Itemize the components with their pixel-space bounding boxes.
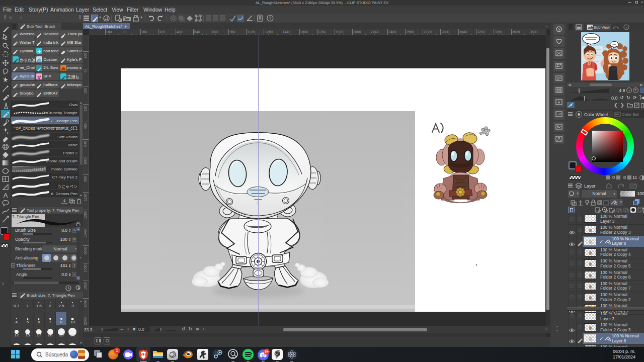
svg-text:?: ? bbox=[269, 16, 271, 21]
svg-text:A: A bbox=[4, 192, 8, 199]
svg-text:9+: 9+ bbox=[265, 350, 269, 353]
